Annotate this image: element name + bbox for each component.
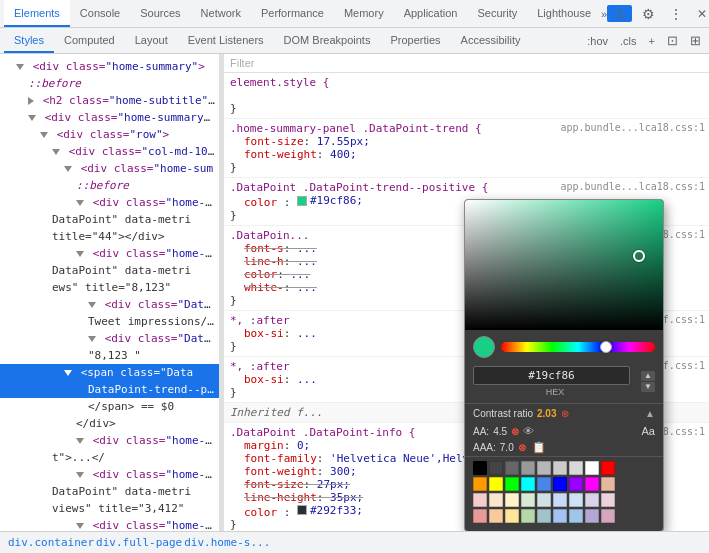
tab-elements[interactable]: Elements <box>4 0 70 27</box>
tab-sources[interactable]: Sources <box>130 0 190 27</box>
dom-line[interactable]: <div class="DataPoint <box>0 296 219 313</box>
add-class-button[interactable]: .cls <box>616 33 641 49</box>
swatch[interactable] <box>601 477 615 491</box>
dom-line[interactable]: <div class="col-md-10"> <box>0 143 219 160</box>
dom-line[interactable]: title="44"></div> <box>0 228 219 245</box>
dom-line[interactable]: DataPoint" data-metri <box>0 211 219 228</box>
dom-line[interactable]: <div class="home-sum <box>0 466 219 483</box>
hex-up-button[interactable]: ▲ <box>641 371 655 381</box>
color-gradient[interactable] <box>465 200 663 330</box>
dom-line-selected[interactable]: <span class="Data <box>0 364 219 381</box>
swatch[interactable] <box>521 461 535 475</box>
hue-slider[interactable] <box>501 342 655 352</box>
color-picker-handle[interactable] <box>633 250 645 262</box>
subtab-computed[interactable]: Computed <box>54 28 125 53</box>
dom-line[interactable]: <h2 class="home-subtitle">…< <box>0 92 219 109</box>
subtab-event-listeners[interactable]: Event Listeners <box>178 28 274 53</box>
dom-line-selected-content[interactable]: DataPoint-trend--p... <box>0 381 219 398</box>
swatch[interactable] <box>473 461 487 475</box>
dom-line[interactable]: views" title="3,412" <box>0 500 219 517</box>
aaa-eye-icon[interactable]: 📋 <box>532 441 546 454</box>
hex-down-button[interactable]: ▼ <box>641 382 655 392</box>
swatch[interactable] <box>521 477 535 491</box>
breadcrumb-item-home[interactable]: div.home-s... <box>184 536 270 549</box>
subtab-accessibility[interactable]: Accessibility <box>451 28 531 53</box>
dock-badge[interactable]: 1 <box>607 5 632 22</box>
dom-line[interactable]: <div class="home-su <box>0 432 219 449</box>
swatch[interactable] <box>505 509 519 523</box>
dom-line[interactable]: </span> == $0 <box>0 398 219 415</box>
dom-line[interactable]: <div class="home-sum <box>0 245 219 262</box>
swatch[interactable] <box>537 509 551 523</box>
dom-line[interactable]: <div class="home-sum <box>0 517 219 531</box>
swatch[interactable] <box>585 509 599 523</box>
pseudo-states-button[interactable]: :hov <box>583 33 612 49</box>
layout-toggle[interactable]: ⊞ <box>686 31 705 50</box>
swatch[interactable] <box>473 493 487 507</box>
color-swatch-dark[interactable] <box>297 505 307 515</box>
swatch[interactable] <box>505 477 519 491</box>
swatch[interactable] <box>489 509 503 523</box>
swatch[interactable] <box>537 461 551 475</box>
swatch[interactable] <box>489 477 503 491</box>
swatch[interactable] <box>585 477 599 491</box>
dom-line[interactable]: <div class="row"> <box>0 126 219 143</box>
contrast-expand-button[interactable]: ▲ <box>645 408 655 419</box>
swatch[interactable] <box>473 509 487 523</box>
dom-line[interactable]: ::before <box>0 177 219 194</box>
color-swatch[interactable] <box>297 196 307 206</box>
swatch[interactable] <box>505 461 519 475</box>
swatch[interactable] <box>537 477 551 491</box>
swatch[interactable] <box>601 493 615 507</box>
swatch[interactable] <box>521 493 535 507</box>
hex-input[interactable] <box>473 366 630 385</box>
dom-line[interactable]: <div class="home-summary-wra <box>0 109 219 126</box>
tab-lighthouse[interactable]: Lighthouse <box>527 0 601 27</box>
dom-line[interactable]: <div class="home-summary"> <box>0 58 219 75</box>
swatch[interactable] <box>489 461 503 475</box>
dom-line[interactable]: <div class="home-sum <box>0 160 219 177</box>
settings-icon[interactable]: ⚙ <box>638 4 659 24</box>
dom-line[interactable]: <div class="home-sum <box>0 194 219 211</box>
swatch[interactable] <box>489 493 503 507</box>
swatch[interactable] <box>553 493 567 507</box>
tab-console[interactable]: Console <box>70 0 130 27</box>
swatch[interactable] <box>537 493 551 507</box>
swatch[interactable] <box>521 509 535 523</box>
swatch[interactable] <box>585 493 599 507</box>
swatch[interactable] <box>601 509 615 523</box>
subtab-properties[interactable]: Properties <box>380 28 450 53</box>
swatch[interactable] <box>553 477 567 491</box>
dom-line[interactable]: Tweet impressions/... <box>0 313 219 330</box>
swatch[interactable] <box>505 493 519 507</box>
dom-line[interactable]: DataPoint" data-metri <box>0 483 219 500</box>
add-style-button[interactable]: + <box>645 33 659 49</box>
swatch[interactable] <box>569 493 583 507</box>
dock-toggle[interactable]: ⊡ <box>663 31 682 50</box>
aa-eye-icon[interactable]: 👁 <box>523 425 534 437</box>
dom-line[interactable]: ews" title="8,123" <box>0 279 219 296</box>
swatch[interactable] <box>553 461 567 475</box>
tab-memory[interactable]: Memory <box>334 0 394 27</box>
tab-network[interactable]: Network <box>191 0 251 27</box>
close-icon[interactable]: ✕ <box>693 5 709 23</box>
vertical-dots-icon[interactable]: ⋮ <box>665 4 687 24</box>
breadcrumb-item-container[interactable]: div.container <box>8 536 94 549</box>
tab-application[interactable]: Application <box>394 0 468 27</box>
dom-line[interactable]: </div> <box>0 415 219 432</box>
hue-thumb[interactable] <box>600 341 612 353</box>
swatch[interactable] <box>553 509 567 523</box>
swatch[interactable] <box>569 477 583 491</box>
dom-line[interactable]: <div class="DataPoin <box>0 330 219 347</box>
subtab-dom-breakpoints[interactable]: DOM Breakpoints <box>274 28 381 53</box>
tab-security[interactable]: Security <box>467 0 527 27</box>
subtab-styles[interactable]: Styles <box>4 28 54 53</box>
dom-line[interactable]: t">...</ <box>0 449 219 466</box>
dom-line[interactable]: ::before <box>0 75 219 92</box>
dom-line[interactable]: DataPoint" data-metri <box>0 262 219 279</box>
subtab-layout[interactable]: Layout <box>125 28 178 53</box>
tab-performance[interactable]: Performance <box>251 0 334 27</box>
dom-line[interactable]: "8,123 " <box>0 347 219 364</box>
breadcrumb-item-fullpage[interactable]: div.full-page <box>96 536 182 549</box>
swatch[interactable] <box>585 461 599 475</box>
